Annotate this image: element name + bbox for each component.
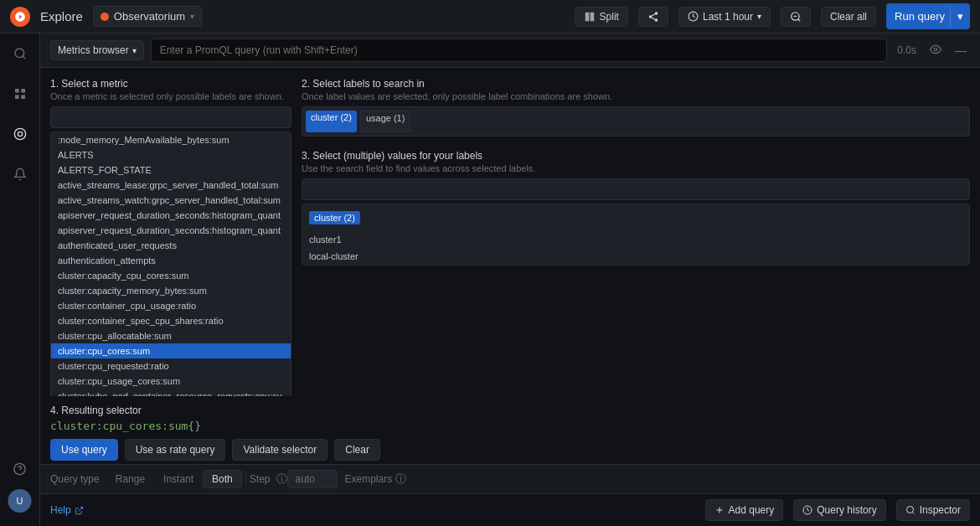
top-nav: Explore Observatorium ▾ Split Last 1 hou… [0, 0, 980, 34]
sidebar-bottom: U [0, 456, 39, 519]
split-button[interactable]: Split [575, 7, 628, 27]
value-tag-cluster[interactable]: cluster (2) [309, 211, 360, 224]
metrics-column: 1. Select a metric Once a metric is sele… [50, 78, 302, 396]
svg-line-7 [798, 18, 801, 21]
svg-line-3 [652, 17, 655, 18]
time-range-label: Last 1 hour [703, 11, 753, 23]
metrics-list: :node_memory_MemAvailable_bytes:sum ALER… [50, 132, 291, 396]
clear-all-button[interactable]: Clear all [821, 7, 876, 27]
query-type-label: Query type [50, 473, 100, 485]
nav-title: Explore [40, 9, 83, 23]
svg-point-16 [18, 132, 22, 136]
col2-header: 2. Select labels to search in [302, 78, 970, 90]
query-input[interactable] [151, 39, 888, 62]
help-label: Help [50, 504, 71, 516]
collapse-icon-button[interactable]: — [952, 40, 970, 60]
list-item[interactable]: authenticated_user_requests [51, 238, 291, 253]
step-input[interactable] [287, 470, 338, 488]
list-item[interactable]: cluster:cpu_allocatable:sum [51, 328, 291, 343]
svg-point-15 [14, 128, 25, 139]
list-item[interactable]: cluster:cpu_usage_cores:sum [51, 374, 291, 389]
label-tag-cluster[interactable]: cluster (2) [306, 111, 357, 132]
query-history-button[interactable]: Query history [793, 499, 885, 521]
list-item[interactable]: apiserver_request_duration_seconds:histo… [51, 223, 291, 238]
run-query-dropdown[interactable]: ▾ [950, 7, 970, 26]
app-logo [10, 7, 30, 27]
svg-line-20 [78, 507, 82, 511]
sidebar-item-apps[interactable] [7, 80, 34, 107]
list-item[interactable]: cluster:capacity_cpu_cores:sum [51, 268, 291, 283]
run-query-button[interactable]: Run query ▾ [886, 3, 970, 29]
list-item[interactable]: apiserver_request_duration_seconds:histo… [51, 208, 291, 223]
eye-icon-button[interactable] [926, 40, 945, 61]
content: Metrics browser ▾ 0.0s — 1. Select a met… [40, 34, 980, 526]
list-item[interactable]: active_streams_watch:grpc_server_handled… [51, 193, 291, 208]
selector-header: 4. Resulting selector [50, 405, 970, 416]
label-tag-usage[interactable]: usage (1) [360, 111, 410, 132]
help-link[interactable]: Help [50, 504, 84, 516]
query-time-display: 0.0s [894, 44, 920, 56]
share-button[interactable] [638, 7, 668, 27]
svg-line-25 [912, 512, 914, 513]
step-label: Step [250, 473, 271, 485]
datasource-chevron: ▾ [190, 12, 194, 21]
qt-separator [245, 472, 246, 486]
list-item[interactable]: cluster:capacity_memory_bytes:sum [51, 283, 291, 298]
list-item[interactable]: ALERTS_FOR_STATE [51, 162, 291, 178]
list-item[interactable]: authentication_attempts [51, 253, 291, 268]
svg-line-10 [23, 56, 25, 59]
inspector-button[interactable]: Inspector [896, 499, 970, 521]
query-history-label: Query history [817, 504, 876, 516]
use-query-button[interactable]: Use query [50, 439, 118, 461]
svg-point-9 [15, 49, 24, 58]
selector-actions: Use query Use as rate query Validate sel… [50, 439, 970, 461]
col2-subtext: Once label values are selected, only pos… [302, 91, 970, 101]
qt-both-button[interactable]: Both [203, 470, 242, 488]
step-info-icon[interactable]: ⓘ [276, 472, 287, 487]
svg-rect-13 [15, 95, 19, 99]
sidebar-item-help[interactable] [7, 456, 34, 482]
value-item-cluster1[interactable]: cluster1 [302, 231, 969, 248]
query-bar: Metrics browser ▾ 0.0s — [40, 34, 980, 68]
sidebar-item-alerts[interactable] [7, 161, 34, 188]
svg-rect-14 [21, 95, 25, 99]
svg-point-1 [649, 15, 652, 18]
add-query-button[interactable]: Add query [705, 499, 784, 521]
metrics-browser-button[interactable]: Metrics browser ▾ [50, 40, 144, 60]
list-item[interactable]: :node_memory_MemAvailable_bytes:sum [51, 132, 291, 147]
list-item[interactable]: cluster:container_cpu_usage:ratio [51, 298, 291, 313]
exemplars-info-icon[interactable]: ⓘ [395, 472, 406, 487]
labels-column: 2. Select labels to search in Once label… [302, 78, 970, 396]
exemplars-label: Exemplars [344, 473, 392, 485]
list-item[interactable]: cluster:cpu_requested:ratio [51, 358, 291, 374]
svg-line-4 [652, 13, 655, 15]
col1-header: 1. Select a metric [50, 78, 291, 90]
validate-selector-button[interactable]: Validate selector [232, 439, 328, 461]
qt-range-button[interactable]: Range [106, 470, 154, 488]
sidebar-item-explore[interactable] [7, 121, 34, 147]
values-search-input[interactable] [302, 178, 970, 200]
datasource-selector[interactable]: Observatorium ▾ [93, 6, 202, 27]
svg-point-24 [906, 507, 913, 513]
split-label: Split [600, 11, 619, 23]
datasource-indicator [101, 13, 109, 21]
list-item[interactable]: cluster:kube_pod_container_resource_requ… [51, 389, 291, 396]
query-type-bar: Query type Range Instant Both Step ⓘ Exe… [40, 464, 980, 493]
clear-button[interactable]: Clear [334, 439, 380, 461]
user-avatar[interactable]: U [8, 489, 32, 513]
sidebar-item-search[interactable] [7, 40, 34, 67]
qt-instant-button[interactable]: Instant [154, 470, 203, 488]
value-item-local-cluster[interactable]: local-cluster [302, 248, 969, 265]
values-list: cluster (2) cluster1 local-cluster [302, 204, 970, 266]
zoom-button[interactable] [781, 7, 811, 27]
use-rate-query-button[interactable]: Use as rate query [125, 439, 226, 461]
selector-section: 4. Resulting selector cluster:cpu_cores:… [40, 396, 980, 464]
time-range-chevron: ▾ [757, 12, 761, 21]
metrics-search-input[interactable] [50, 106, 291, 128]
time-range-button[interactable]: Last 1 hour ▾ [678, 7, 771, 27]
list-item-selected[interactable]: cluster:cpu_cores:sum [51, 343, 291, 358]
svg-rect-11 [15, 89, 19, 93]
list-item[interactable]: cluster:container_spec_cpu_shares:ratio [51, 313, 291, 328]
list-item[interactable]: active_streams_lease:grpc_server_handled… [51, 178, 291, 193]
list-item[interactable]: ALERTS [51, 147, 291, 162]
